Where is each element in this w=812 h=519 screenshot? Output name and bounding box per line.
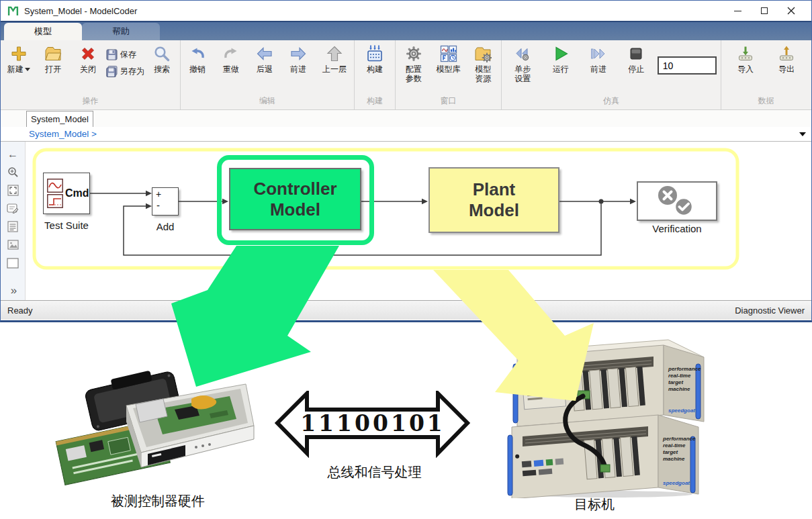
machine-text: real-time [663, 442, 686, 449]
target-machine-label: 目标机 [537, 496, 651, 514]
machine-text: target [663, 449, 678, 455]
annotation-button[interactable] [5, 201, 20, 216]
redo-icon [222, 45, 240, 62]
export-button[interactable]: 导出 [770, 45, 803, 75]
redo-button[interactable]: 重做 [214, 45, 248, 75]
document-tab[interactable]: System_Model [26, 111, 93, 127]
binary-text: 11100101 [300, 410, 445, 436]
nav-back-button[interactable]: ← [5, 147, 20, 161]
tab-model[interactable]: 模型 [4, 23, 82, 40]
group-label-edit: 编辑 [181, 95, 354, 109]
diagram-wires [1, 142, 811, 300]
maximize-icon [761, 7, 768, 14]
machine-text: machine [668, 386, 690, 392]
run-button[interactable]: 运行 [544, 45, 578, 75]
canvas-toolbar: ← [1, 142, 26, 300]
target-machine-image: performance real-time target machine spe… [502, 329, 719, 498]
open-button[interactable]: 打开 [36, 45, 70, 75]
fit-view-button[interactable] [5, 183, 20, 197]
machine-text: performance [668, 366, 701, 372]
save-as-icon [106, 66, 118, 77]
machine-brand: speedgoat [668, 408, 695, 414]
block-controller-model[interactable]: Controller Model [229, 168, 361, 230]
forward-button[interactable]: 前进 [281, 45, 315, 75]
group-simulation: 单步 设置 运行 前进 [502, 40, 721, 109]
image-icon [7, 240, 19, 250]
model-canvas: ← [1, 142, 811, 300]
config-params-button[interactable]: 配置 参数 [397, 45, 431, 84]
group-label-data: 数据 [721, 95, 811, 109]
step-forward-button[interactable]: 前进 [582, 45, 615, 75]
tab-help[interactable]: 帮助 [82, 23, 160, 40]
build-button[interactable]: 构建 [358, 45, 392, 75]
plus-icon [10, 45, 28, 62]
back-arrow-icon: ← [7, 148, 18, 160]
folder-gear-icon [474, 45, 492, 62]
group-label-build: 构建 [355, 95, 395, 109]
import-button[interactable]: 导入 [729, 45, 762, 75]
document-tabbar: System_Model [1, 110, 811, 127]
window-title: System_Model - ModelCoder [24, 6, 724, 16]
expand-panel-button[interactable]: » [1, 284, 26, 297]
save-as-button[interactable]: 另存为 [106, 66, 144, 77]
stop-icon [627, 45, 645, 62]
zoom-in-button[interactable] [5, 165, 20, 179]
minimize-button[interactable] [724, 2, 751, 19]
machine-text: target [668, 379, 684, 385]
arrow-right-icon [289, 45, 307, 62]
group-edit: 撤销 重做 后退 [181, 40, 355, 109]
maximize-button[interactable] [751, 2, 778, 19]
target-machine-lower: performance real-time target machine spe… [508, 415, 698, 498]
group-label-simulation: 仿真 [502, 95, 721, 109]
text-lines-icon [7, 221, 18, 232]
diagnostic-viewer-button[interactable]: Diagnostic Viewer [735, 305, 805, 316]
arrow-left-icon [256, 45, 273, 62]
machine-text: real-time [668, 373, 691, 379]
red-x-icon [79, 45, 97, 62]
expand-panel-icon: » [11, 284, 15, 297]
model-resources-button[interactable]: 模型 资源 [466, 45, 500, 84]
run-icon [552, 45, 570, 62]
step-forward-icon [590, 45, 607, 62]
text-tool-button[interactable] [5, 220, 20, 234]
up-level-button[interactable]: 上一层 [315, 45, 354, 75]
ecu-hardware-image [54, 371, 255, 493]
undo-button[interactable]: 撤销 [181, 45, 214, 75]
machine-text: machine [663, 456, 685, 462]
build-icon [366, 45, 384, 62]
back-button[interactable]: 后退 [248, 45, 281, 75]
close-window-button[interactable] [778, 2, 805, 19]
group-label-window: 窗口 [396, 95, 501, 109]
group-build: 构建 构建 [355, 40, 396, 109]
highlight-frame-yellow [34, 150, 737, 268]
image-tool-button[interactable] [5, 238, 20, 252]
statusbar: Ready Diagnostic Viewer [1, 300, 811, 320]
close-icon [787, 7, 795, 15]
step-settings-button[interactable]: 单步 设置 [506, 45, 539, 84]
rect-tool-button[interactable] [5, 256, 20, 270]
group-label-operations: 操作 [1, 95, 180, 109]
stop-button[interactable]: 停止 [619, 45, 653, 75]
undo-icon [189, 45, 206, 62]
ribbon-tabstrip: 模型 帮助 [1, 21, 811, 40]
ribbon: 新建 打开 关闭 [1, 40, 811, 110]
titlebar: System_Model - ModelCoder [1, 1, 811, 21]
step-back-gear-icon [514, 45, 531, 62]
breadcrumb-dropdown-icon[interactable] [799, 132, 806, 136]
target-machine-upper: performance real-time target machine spe… [513, 340, 704, 426]
breadcrumb[interactable]: System_Model > [29, 129, 97, 139]
model-library-button[interactable]: 模型库 [432, 45, 465, 75]
group-window: 配置 参数 模型库 [396, 40, 502, 109]
save-button[interactable]: 保存 [106, 49, 144, 60]
rectangle-icon [7, 258, 19, 269]
new-button[interactable]: 新建 [2, 45, 36, 75]
export-icon [778, 45, 795, 62]
save-icon [106, 49, 118, 60]
search-button[interactable]: 搜索 [145, 45, 179, 75]
app-logo-icon [7, 5, 19, 17]
library-icon [440, 45, 457, 62]
binary-bus-arrow: 11100101 [272, 391, 473, 458]
gear-icon [405, 45, 422, 62]
close-model-button[interactable]: 关闭 [71, 45, 105, 75]
sim-time-input[interactable] [658, 56, 717, 75]
